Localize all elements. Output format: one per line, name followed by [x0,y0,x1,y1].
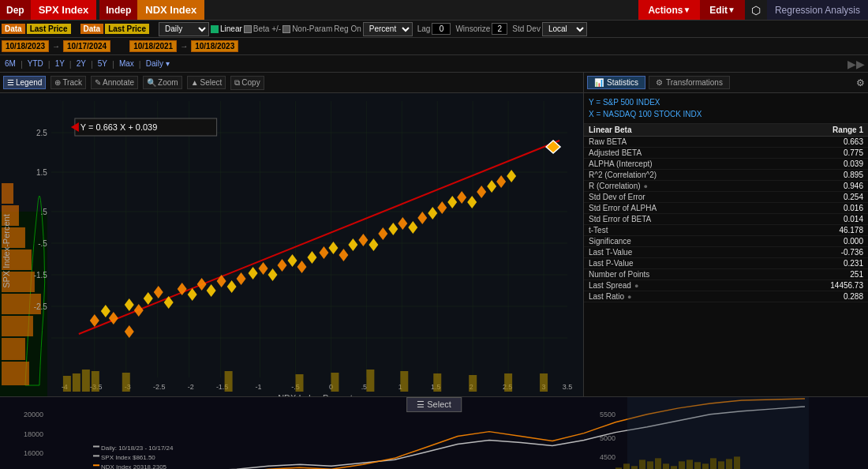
stats-tab-icon: 📊 [594,78,604,87]
period-2y[interactable]: 2Y [75,59,88,68]
stats-row-value: -0.736 [816,248,863,257]
sep: | [91,59,93,69]
data-options-row: Data Last Price Data Last Price Daily We… [0,21,868,38]
regression-title: Regression Analysis [767,0,868,20]
stats-row-label: R (Correlation)● [589,182,816,190]
svg-rect-150 [702,463,709,469]
indep-start-date[interactable]: 10/18/2021 [129,40,177,52]
select-overlay-button[interactable]: ☰ Select [406,397,462,412]
stats-row: Last P-Value0.231 [584,258,868,269]
svg-rect-115 [433,373,441,392]
period-ytd[interactable]: YTD [26,59,45,68]
period-5y[interactable]: 5Y [96,59,109,68]
stats-row: Raw BETA0.663 [584,137,868,148]
lag-value[interactable]: 0 [432,23,451,35]
edit-menu[interactable]: Edit [700,0,745,20]
dep-start-date[interactable]: 10/18/2023 [2,40,49,52]
svg-rect-143 [647,461,653,469]
stats-row: Last Spread●14456.73 [584,280,868,291]
stats-row-value: 14456.73 [816,281,863,290]
annotate-button[interactable]: ✎ Annotate [91,76,138,89]
svg-rect-155 [93,445,99,447]
expand-icon[interactable]: ▶▶ [847,58,865,70]
dep-data-label: Data [2,24,25,34]
actions-menu[interactable]: Actions [638,0,700,20]
stats-row-label: R^2 (Correlation^2) [589,171,816,179]
stats-info-icon[interactable]: ● [634,282,638,290]
period-6m[interactable]: 6M [3,59,17,68]
stats-row-value: 46.178 [816,226,863,234]
winsorize-value[interactable]: 2 [492,23,507,35]
indep-data-label: Data [80,24,104,34]
svg-text:Y = 0.663 X + 0.039: Y = 0.663 X + 0.039 [80,122,157,132]
stats-info-icon[interactable]: ● [644,182,648,190]
stddev-label: Std Dev [512,24,541,33]
nonparam-label: Non-Param [292,24,332,33]
svg-text:20000: 20000 [24,411,43,418]
percent-select[interactable]: Percent Price [363,22,413,36]
period-daily[interactable]: Daily ▾ [144,59,171,68]
svg-text:16000: 16000 [24,449,43,457]
date-range-row: 10/18/2023 → 10/17/2024 10/18/2021 → 10/… [0,38,868,55]
beta-checkbox-row: Beta +/- [244,24,281,33]
svg-text:1.5: 1.5 [36,168,47,177]
nonparam-checkbox-row: Non-Param [282,24,332,33]
main-content: ☰ Legend ⊕ Track ✎ Annotate 🔍 Zoom ▲ Sel… [0,73,868,396]
svg-text:-2.5: -2.5 [34,302,48,311]
nonparam-checkbox[interactable] [282,25,290,33]
indep-end-date[interactable]: 10/18/2023 [191,40,238,52]
stats-row: Last Ratio●0.288 [584,291,868,302]
svg-rect-147 [679,461,685,469]
stats-row: Number of Points251 [584,269,868,280]
period-1y[interactable]: 1Y [54,59,66,68]
zoom-button[interactable]: 🔍 Zoom [143,76,182,89]
svg-rect-110 [225,371,233,392]
indep-data-value[interactable]: Last Price [105,24,149,34]
legend-icon: ☰ [7,78,14,87]
svg-text:5500: 5500 [600,411,615,418]
track-icon: ⊕ [54,78,61,87]
dep-label: Dep [0,0,31,20]
svg-text:SPX Index $861.50: SPX Index $861.50 [101,454,155,461]
legend-button[interactable]: ☰ Legend [3,76,46,89]
stats-row-label: Adjusted BETA [589,148,816,157]
external-link-icon[interactable]: ⬡ [745,0,767,20]
svg-rect-114 [400,371,408,392]
svg-rect-2 [2,362,29,385]
svg-rect-148 [687,460,693,469]
period-max[interactable]: Max [118,59,136,68]
beta-checkbox[interactable] [244,25,252,33]
svg-rect-145 [663,463,669,469]
track-button[interactable]: ⊕ Track [51,76,86,89]
svg-text:Daily: 10/18/23 - 10/17/24: Daily: 10/18/23 - 10/17/24 [101,445,174,452]
stats-row-label: Last Ratio● [589,292,816,301]
svg-rect-146 [671,466,677,469]
svg-text:-2.5: -2.5 [153,383,165,391]
frequency-select[interactable]: Daily Weekly Monthly [159,22,209,36]
zoom-icon: 🔍 [147,78,156,87]
select-button[interactable]: ▲ Select [187,76,226,89]
svg-rect-152 [718,461,724,469]
winsorize-label: Winsorize [455,24,490,33]
tab-transformations[interactable]: ⚙ Transformations [649,76,730,89]
dep-data-value[interactable]: Last Price [27,24,71,34]
stats-row-label: Std Dev of Error [589,193,816,201]
svg-text:NDX Index 20318.2305: NDX Index 20318.2305 [101,463,167,469]
svg-rect-10 [2,183,13,204]
ndx-index-label[interactable]: NDX Index [137,0,204,20]
bottom-chart: ☰ Select 20000 18000 16000 14000 5500 50… [0,396,868,469]
spx-index-label[interactable]: SPX Index [31,0,97,20]
copy-button[interactable]: ⧉ Copy [230,76,264,90]
linear-checkbox[interactable] [211,25,219,33]
svg-rect-4 [2,316,33,336]
tab-statistics[interactable]: 📊 Statistics [587,76,645,89]
svg-rect-144 [655,458,661,469]
stats-row-label: ALPHA (Intercept) [589,159,816,168]
stats-table: Linear Beta Range 1 Raw BETA0.663Adjuste… [584,124,868,396]
settings-icon[interactable]: ⚙ [856,77,865,88]
scatter-plot: 2.5 1.5 .5 -.5 -1.5 -2.5 -4 -3.5 -3 -2.5… [0,93,583,396]
period-nav-row: 6M | YTD | 1Y | 2Y | 5Y | Max | Daily ▾ … [0,55,868,73]
stats-info-icon[interactable]: ● [627,293,631,301]
local-select[interactable]: Local Global [542,22,587,36]
dep-end-date[interactable]: 10/17/2024 [63,40,110,52]
